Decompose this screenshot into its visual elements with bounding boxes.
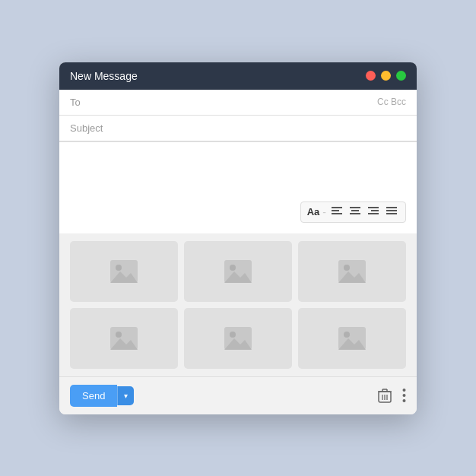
attachment-cell-5[interactable]	[184, 308, 292, 369]
align-right-button[interactable]	[366, 205, 381, 219]
minimize-button[interactable]	[381, 71, 391, 81]
image-placeholder-icon-1	[109, 259, 138, 284]
svg-rect-9	[386, 207, 397, 208]
cc-bcc-button[interactable]: Cc Bcc	[377, 97, 406, 107]
close-button[interactable]	[366, 71, 376, 81]
svg-rect-4	[351, 210, 359, 211]
svg-point-16	[230, 265, 236, 271]
format-toolbar: Aa -	[300, 202, 406, 223]
attachment-cell-1[interactable]	[70, 241, 178, 302]
svg-point-25	[230, 332, 236, 338]
align-center-icon	[350, 207, 360, 215]
send-button[interactable]: Send	[70, 385, 117, 407]
svg-point-38	[403, 389, 406, 392]
more-button[interactable]	[402, 388, 406, 403]
align-justify-icon	[386, 207, 397, 215]
attachment-cell-4[interactable]	[70, 308, 178, 369]
compose-window: New Message To Cc Bcc Subject Aa -	[59, 62, 417, 414]
delete-button[interactable]	[378, 388, 392, 403]
send-dropdown-button[interactable]: ▾	[117, 386, 134, 405]
svg-rect-0	[332, 207, 342, 208]
more-icon	[402, 388, 406, 403]
svg-point-13	[116, 265, 122, 271]
align-left-icon	[332, 207, 342, 215]
attachment-cell-6[interactable]	[298, 308, 406, 369]
footer: Send ▾	[59, 376, 417, 414]
window-controls	[366, 71, 406, 81]
image-placeholder-icon-5	[224, 326, 252, 351]
to-label: To	[70, 97, 108, 108]
attachment-cell-2[interactable]	[184, 241, 292, 302]
message-body[interactable]: Aa -	[59, 142, 417, 233]
window-title: New Message	[70, 70, 138, 82]
align-center-button[interactable]	[347, 205, 363, 219]
svg-point-22	[116, 332, 122, 338]
footer-actions	[378, 388, 406, 403]
image-placeholder-icon-3	[338, 259, 367, 284]
subject-label: Subject	[70, 122, 108, 134]
send-dropdown-arrow-icon: ▾	[124, 392, 128, 400]
compose-fields: To Cc Bcc Subject	[59, 90, 417, 142]
svg-point-40	[403, 399, 406, 402]
svg-rect-1	[332, 210, 339, 211]
svg-point-28	[344, 332, 350, 338]
image-placeholder-icon-4	[109, 326, 138, 351]
svg-rect-8	[368, 213, 379, 214]
maximize-button[interactable]	[396, 71, 406, 81]
attachment-cell-3[interactable]	[298, 241, 406, 302]
svg-rect-7	[371, 210, 379, 211]
image-placeholder-icon-6	[338, 326, 367, 351]
subject-field-row: Subject	[59, 116, 417, 141]
align-justify-button[interactable]	[384, 205, 399, 219]
titlebar: New Message	[59, 62, 417, 90]
svg-point-39	[403, 394, 406, 397]
svg-rect-10	[386, 210, 397, 211]
to-field-row: To Cc Bcc	[59, 90, 417, 116]
svg-rect-11	[386, 213, 397, 214]
svg-rect-2	[332, 213, 342, 214]
align-right-icon	[368, 207, 379, 215]
font-label[interactable]: Aa	[307, 206, 320, 217]
svg-rect-6	[368, 207, 379, 208]
trash-icon	[378, 388, 392, 403]
image-placeholder-icon-2	[224, 259, 252, 284]
attachments-area	[59, 233, 417, 376]
attachments-grid	[70, 241, 406, 369]
svg-rect-3	[350, 207, 360, 208]
svg-rect-5	[350, 213, 360, 214]
svg-point-19	[344, 265, 350, 271]
subject-input[interactable]	[108, 122, 406, 134]
format-separator: -	[322, 206, 326, 218]
send-group: Send ▾	[70, 385, 134, 407]
to-input[interactable]	[108, 97, 377, 108]
align-left-button[interactable]	[329, 205, 344, 219]
